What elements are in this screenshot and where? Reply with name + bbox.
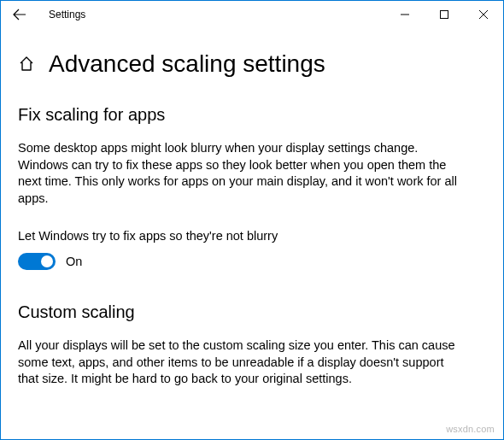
toggle-state-label: On [66,255,82,268]
back-button[interactable] [11,6,28,23]
section-description-fix-scaling: Some desktop apps might look blurry when… [18,140,462,207]
maximize-icon [440,10,448,19]
home-icon [19,56,34,72]
window-title: Settings [49,9,85,21]
section-description-custom-scaling: All your displays will be set to the cus… [18,337,462,388]
toggle-label-fix-blurry: Let Windows try to fix apps so they're n… [18,229,486,243]
window-controls [385,2,503,27]
home-button[interactable] [18,56,35,73]
page-title: Advanced scaling settings [49,50,325,78]
section-heading-fix-scaling: Fix scaling for apps [18,105,486,125]
minimize-button[interactable] [385,2,425,27]
maximize-button[interactable] [425,2,464,27]
content-area: Advanced scaling settings Fix scaling fo… [1,28,503,388]
close-icon [479,10,488,19]
section-heading-custom-scaling: Custom scaling [18,302,486,322]
page-header: Advanced scaling settings [18,50,486,78]
minimize-icon [401,10,409,19]
watermark: wsxdn.com [446,424,495,434]
titlebar: Settings [1,1,503,28]
svg-rect-0 [441,11,448,19]
toggle-fix-blurry[interactable] [18,253,56,270]
close-button[interactable] [464,2,503,27]
arrow-left-icon [13,8,26,21]
toggle-knob [41,255,53,267]
